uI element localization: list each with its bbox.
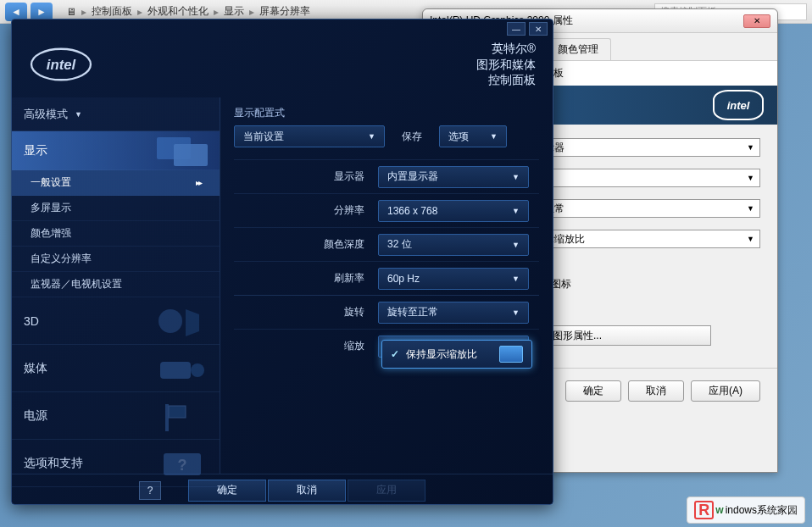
panel-header-text: 英特尔® 图形和媒体 控制面板 [476, 41, 536, 89]
logo-r-icon: R [694, 501, 714, 519]
camcorder-icon [152, 350, 211, 387]
crumb[interactable]: 屏幕分辨率 [259, 4, 310, 19]
panel-titlebar: — ✕ [12, 19, 553, 38]
chevron-down-icon: ▼ [512, 275, 520, 283]
display-select[interactable]: 内置显示器▼ [378, 166, 529, 188]
arrows-icon: ▸▸ [196, 178, 201, 187]
help-box-icon: ? [152, 445, 211, 482]
chevron-down-icon: ▼ [75, 110, 82, 119]
apply-button[interactable]: 应用 [348, 480, 425, 502]
panel-header: intel 英特尔® 图形和媒体 控制面板 [12, 38, 553, 97]
ok-button[interactable]: 确定 [565, 380, 621, 402]
chevron-down-icon: ▼ [747, 204, 754, 213]
color-depth-select[interactable]: 32 位▼ [378, 234, 529, 256]
flag-icon [152, 397, 211, 435]
svg-point-4 [159, 309, 182, 333]
breadcrumb: 🖥 ▸ 控制面板 ▸ 外观和个性化 ▸ 显示 ▸ 屏幕分辨率 [66, 4, 310, 19]
sidebar-sub-color[interactable]: 颜色增强 [12, 221, 220, 247]
profile-label: 显示配置式 [234, 106, 539, 120]
close-button[interactable]: ✕ [743, 14, 770, 28]
sidebar-item-display[interactable]: 显示 [12, 131, 220, 170]
display-label: 显示器 [234, 169, 378, 184]
sidebar-sub-multiscreen[interactable]: 多屏显示 [12, 196, 220, 221]
svg-point-6 [191, 363, 204, 377]
svg-text:?: ? [178, 457, 187, 474]
sidebar-sub-resolution[interactable]: 自定义分辨率 [12, 247, 220, 272]
sidebar-item-3d[interactable]: 3D [12, 297, 220, 345]
svg-rect-5 [160, 362, 191, 379]
svg-rect-7 [165, 404, 169, 431]
chevron-down-icon: ▼ [747, 235, 754, 243]
chevron-down-icon: ▼ [512, 173, 520, 181]
svg-text:intel: intel [47, 57, 76, 73]
scaling-label: 缩放 [234, 339, 378, 353]
crumb[interactable]: 显示 [224, 4, 244, 19]
cancel-button[interactable]: 取消 [628, 380, 684, 402]
chevron-down-icon: ▼ [481, 132, 498, 141]
sidebar: 高级模式▼ 显示 一般设置▸▸ 多屏显示 颜色增强 自定义分辨率 监视器／电视机… [12, 97, 220, 474]
cancel-button[interactable]: 取消 [268, 480, 346, 502]
rotation-label: 旋转 [234, 305, 378, 319]
scaling-option-keep[interactable]: ✓ 保持显示缩放比 [382, 341, 531, 368]
chevron-down-icon: ▼ [512, 241, 520, 249]
check-icon: ✓ [391, 348, 399, 360]
content-pane: 显示配置式 当前设置▼ 保存 选项▼ 显示器 内置显示器▼ 分辨率 1366 x [220, 97, 553, 474]
monitor-icon [152, 134, 211, 168]
crumb[interactable]: 外观和个性化 [147, 4, 209, 19]
monitor-icon [499, 346, 523, 363]
svg-rect-8 [169, 406, 186, 418]
refresh-label: 刷新率 [234, 271, 378, 286]
chevron-down-icon: ▼ [512, 308, 520, 317]
3d-icon [152, 302, 211, 340]
profile-select[interactable]: 当前设置▼ [234, 125, 385, 147]
svg-rect-3 [174, 144, 208, 166]
apply-button[interactable]: 应用(A) [691, 380, 760, 402]
intel-graphics-panel: — ✕ intel 英特尔® 图形和媒体 控制面板 高级模式▼ 显示 一般设置▸… [11, 19, 553, 505]
chevron-down-icon: ▼ [359, 132, 375, 141]
watermark: Rwindows系统家园 [687, 496, 805, 524]
chevron-down-icon: ▼ [747, 143, 754, 152]
graphics-properties-button[interactable]: 图形属性... [542, 325, 711, 346]
save-link[interactable]: 保存 [393, 130, 431, 144]
chevron-down-icon: ▼ [512, 207, 520, 215]
sidebar-item-options[interactable]: 选项和支持 ? [12, 440, 220, 487]
folder-icon: 🖥 [66, 6, 76, 18]
intel-logo-icon: intel [713, 90, 764, 120]
resolution-select[interactable]: 1366 x 768▼ [378, 200, 529, 222]
minimize-button[interactable]: — [507, 22, 526, 36]
refresh-select[interactable]: 60p Hz▼ [378, 268, 529, 290]
sidebar-item-power[interactable]: 电源 [12, 392, 220, 440]
crumb[interactable]: 控制面板 [92, 4, 132, 19]
color-depth-label: 颜色深度 [234, 237, 378, 252]
scaling-dropdown: ✓ 保持显示缩放比 [381, 340, 532, 369]
sidebar-sub-general[interactable]: 一般设置▸▸ [12, 170, 220, 196]
mode-select[interactable]: 高级模式▼ [12, 97, 220, 131]
options-select[interactable]: 选项▼ [439, 125, 507, 147]
tab-color[interactable]: 颜色管理 [545, 38, 611, 60]
close-button[interactable]: ✕ [529, 22, 548, 36]
rotation-select[interactable]: 旋转至正常▼ [378, 302, 529, 324]
sidebar-item-media[interactable]: 媒体 [12, 345, 220, 392]
intel-logo-icon: intel [29, 44, 93, 85]
sidebar-sub-monitor[interactable]: 监视器／电视机设置 [12, 272, 220, 297]
chevron-down-icon: ▼ [747, 174, 754, 182]
resolution-label: 分辨率 [234, 203, 378, 218]
